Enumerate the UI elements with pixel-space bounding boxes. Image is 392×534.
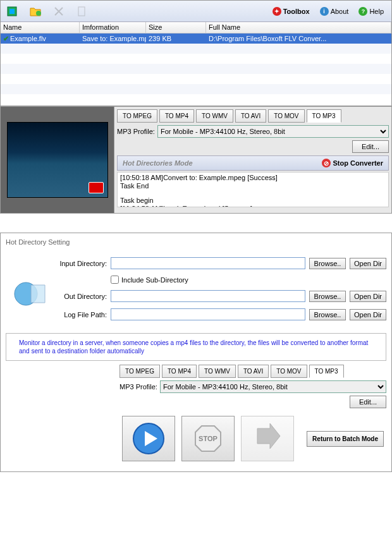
globe-icon — [12, 276, 50, 314]
toolbox-button[interactable]: ✦Toolbox — [269, 6, 314, 17]
tab-mpeg[interactable]: TO MPEG — [117, 109, 157, 123]
tab2-avi[interactable]: TO AVI — [238, 365, 269, 378]
table-row[interactable] — [1, 74, 391, 84]
open-log-button[interactable]: Open Dir — [350, 309, 386, 320]
col-info[interactable]: Imformation — [80, 22, 146, 33]
col-name[interactable]: Name — [1, 22, 80, 33]
svg-text:STOP: STOP — [199, 435, 217, 442]
table-row[interactable] — [1, 84, 391, 94]
conversion-panel: TO MPEG TO MP4 TO WMV TO AVI TO MOV TO M… — [114, 107, 391, 213]
edit-button[interactable]: Edit... — [352, 140, 389, 153]
input-dir-label: Input Directory: — [56, 260, 107, 267]
include-subdir-checkbox[interactable] — [111, 276, 119, 284]
hd-form: Input Directory: Browse.. Open Dir Inclu… — [56, 257, 386, 327]
table-row[interactable] — [1, 54, 391, 64]
main-window: ✦Toolbox iAbout ?Help Name Imformation S… — [0, 0, 392, 214]
profile-label: MP3 Profile: — [117, 128, 155, 135]
profile-select[interactable]: For Mobile - MP3:44100 Hz, Stereo, 8bit — [157, 125, 389, 138]
tab2-mp3[interactable]: TO MP3 — [309, 365, 344, 378]
profile2-select[interactable]: For Mobile - MP3:44100 Hz, Stereo, 8bit — [160, 380, 386, 393]
out-dir-label: Out Directory: — [56, 293, 107, 300]
log-line: [10:50:18 AM]Convert to: Example.mpeg [S… — [120, 174, 386, 182]
file-grid[interactable]: ✔Example.flv Save to: Example.mp3 239 KB… — [1, 33, 391, 106]
svg-rect-1 — [9, 9, 15, 14]
hot-directory-window: Hot Directory Setting Input Directory: B… — [0, 233, 392, 472]
about-icon: i — [320, 7, 329, 16]
video-preview[interactable] — [1, 107, 114, 213]
play-button[interactable] — [122, 416, 175, 461]
browse-input-button[interactable]: Browse.. — [309, 258, 346, 269]
mode-title: Hot Directories Mode — [123, 159, 193, 167]
tab2-wmv[interactable]: TO WMV — [199, 365, 236, 378]
profile2-label: MP3 Profile: — [119, 383, 157, 391]
video-thumbnail — [7, 122, 108, 198]
log-line: Task End — [120, 182, 386, 190]
log-line: [11:24:58 AM]Load: Example.avi [Success] — [120, 205, 386, 207]
stop-button[interactable]: STOP — [181, 416, 235, 461]
hd-title: Hot Directory Setting — [6, 238, 386, 246]
svg-point-2 — [36, 11, 41, 16]
tab2-mpeg[interactable]: TO MPEG — [119, 365, 160, 378]
file-grid-header: Name Imformation Size Full Name — [1, 22, 391, 33]
clear-icon[interactable] — [73, 3, 90, 20]
table-row[interactable]: ✔Example.flv Save to: Example.mp3 239 KB… — [1, 33, 391, 44]
format-tabs: TO MPEG TO MP4 TO WMV TO AVI TO MOV TO M… — [117, 109, 389, 123]
tab2-mov[interactable]: TO MOV — [271, 365, 307, 378]
open-input-button[interactable]: Open Dir — [350, 258, 386, 269]
open-out-button[interactable]: Open Dir — [350, 291, 386, 302]
col-full[interactable]: Full Name — [206, 22, 391, 33]
log-path-label: Log File Path: — [56, 311, 107, 319]
toolbox-icon: ✦ — [273, 7, 281, 16]
mode-bar: Hot Directories Mode ⊘Stop Converter — [117, 155, 389, 171]
browse-log-button[interactable]: Browse.. — [309, 309, 346, 320]
tab-mov[interactable]: TO MOV — [268, 109, 304, 123]
return-batch-button[interactable]: Return to Batch Mode — [307, 431, 384, 447]
check-icon: ✔ — [3, 35, 9, 42]
help-button[interactable]: ?Help — [355, 6, 388, 17]
browse-out-button[interactable]: Browse.. — [309, 291, 346, 302]
log-line: Task begin — [120, 197, 386, 205]
about-button[interactable]: iAbout — [316, 6, 353, 17]
help-icon: ? — [358, 7, 367, 16]
stop-icon: ⊘ — [322, 159, 331, 167]
svg-rect-3 — [78, 7, 85, 16]
edit2-button[interactable]: Edit... — [350, 396, 386, 408]
input-dir-field[interactable] — [111, 257, 305, 269]
add-file-icon[interactable] — [4, 3, 22, 20]
tab-avi[interactable]: TO AVI — [235, 109, 266, 123]
delete-icon[interactable] — [50, 3, 68, 20]
stop-converter-button[interactable]: ⊘Stop Converter — [322, 159, 383, 167]
log-path-field[interactable] — [111, 308, 305, 320]
tab2-mp4[interactable]: TO MP4 — [162, 365, 197, 378]
col-size[interactable]: Size — [146, 22, 206, 33]
table-row[interactable] — [1, 44, 391, 54]
lower-section: TO MPEG TO MP4 TO WMV TO AVI TO MOV TO M… — [1, 106, 391, 213]
out-dir-field[interactable] — [111, 290, 305, 302]
top-toolbar: ✦Toolbox iAbout ?Help — [1, 1, 391, 22]
add-folder-icon[interactable] — [27, 3, 45, 20]
tab-mp4[interactable]: TO MP4 — [159, 109, 194, 123]
table-row[interactable] — [1, 94, 391, 104]
next-button[interactable] — [241, 416, 294, 461]
log-output[interactable]: [10:50:18 AM]Convert to: Example.mpeg [S… — [117, 172, 389, 207]
table-row[interactable] — [1, 64, 391, 74]
include-subdir-label: Include Sub-Directory — [121, 276, 188, 284]
action-buttons: STOP Return to Batch Mode — [119, 411, 386, 466]
hd-note: Monitor a directory in a server, when so… — [6, 333, 386, 361]
tab-wmv[interactable]: TO WMV — [196, 109, 233, 123]
format-tabs-2: TO MPEG TO MP4 TO WMV TO AVI TO MOV TO M… — [119, 365, 386, 378]
tab-mp3[interactable]: TO MP3 — [307, 109, 341, 123]
